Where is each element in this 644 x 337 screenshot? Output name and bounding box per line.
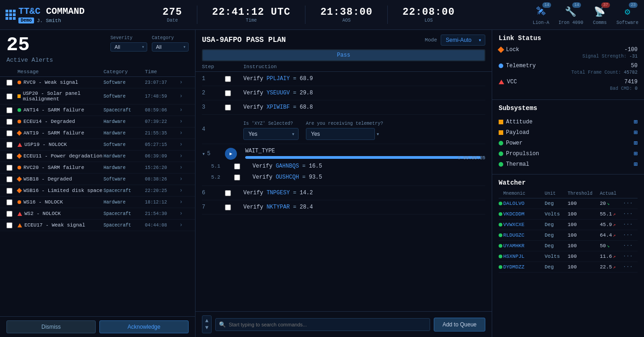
comms-badge: 37 <box>601 2 610 8</box>
alert-expand-icon[interactable]: › <box>179 187 189 194</box>
step-check-6[interactable] <box>225 190 231 196</box>
alert-row[interactable]: USP19 - NOLOCK Software 05:27:15 › <box>0 139 195 151</box>
alert-checkbox[interactable] <box>6 142 12 148</box>
watcher-more-button[interactable]: ··· <box>623 221 637 228</box>
alert-expand-icon[interactable]: › <box>179 222 189 228</box>
alert-checkbox[interactable] <box>6 176 12 182</box>
alert-expand-icon[interactable]: › <box>179 199 189 205</box>
alert-expand-icon[interactable]: › <box>179 164 189 171</box>
alert-expand-icon[interactable]: › <box>179 118 189 125</box>
category-select[interactable]: All <box>152 42 189 52</box>
step-check-3[interactable] <box>225 105 231 110</box>
alert-row[interactable]: ANT14 - SARM failure Spacecraft 08:59:06… <box>0 105 195 116</box>
watcher-more-button[interactable]: ··· <box>623 211 637 217</box>
step-num-4: 4 <box>202 126 225 133</box>
alert-expand-icon[interactable]: › <box>179 210 189 217</box>
step-num-2: 2 <box>202 90 225 96</box>
watcher-more-button[interactable]: ··· <box>623 253 637 260</box>
nav-software[interactable]: 23 ⚙ Software <box>616 4 638 25</box>
alert-expand-icon[interactable]: › <box>179 93 189 99</box>
step-sub-num-5-2: 5.2 <box>211 174 234 180</box>
alert-row[interactable]: WSB18 - Degraded Software 08:38:26 › <box>0 174 195 185</box>
pass-arrow-buttons[interactable]: ▲ ▼ <box>202 315 212 333</box>
power-link-icon[interactable]: ⊞ <box>634 139 638 147</box>
alert-checkbox[interactable] <box>6 199 12 205</box>
step-check-1[interactable] <box>225 76 231 82</box>
add-to-queue-button[interactable]: Add to Queue <box>434 318 485 331</box>
alert-row[interactable]: RVC20 - SARM failure Hardware 15:26:20 › <box>0 162 195 174</box>
step-4-questions: Is 'XYZ' Selected? Yes No Are you receiv… <box>243 121 485 140</box>
nav-iron-4090[interactable]: 14 🔧 Iron 4090 <box>558 4 583 25</box>
alert-checkbox[interactable] <box>6 222 12 228</box>
watcher-col-mnemonic: Mnemonic <box>503 191 545 196</box>
alert-expand-icon[interactable]: › <box>179 130 189 136</box>
acknowledge-button[interactable]: Acknowledge <box>99 320 189 333</box>
pass-header: USA-9AFPO PASS PLAN Mode Semi-Auto Manua… <box>196 30 492 46</box>
category-select-wrap: All <box>152 42 189 52</box>
arrow-up-icon: ▲ <box>205 318 208 324</box>
software-icon-wrap: 23 ⚙ <box>620 4 635 19</box>
attitude-link-icon[interactable]: ⊞ <box>634 118 638 126</box>
col-message-header: Message <box>17 69 104 75</box>
watcher-more-button[interactable]: ··· <box>623 200 637 207</box>
alert-expand-icon[interactable]: › <box>179 141 189 148</box>
category-filter-group: Category All <box>152 35 189 52</box>
alert-checkbox[interactable] <box>6 119 12 125</box>
watcher-col-dot <box>499 191 503 196</box>
dismiss-button[interactable]: Dismiss <box>6 320 96 333</box>
alert-row[interactable]: WSB16 - Limited disk space Spacecraft 22… <box>0 185 195 197</box>
pass-tab[interactable]: Pass <box>203 50 484 60</box>
link-status-title: Link Status <box>499 35 638 42</box>
alert-row[interactable]: ECEU17 - Weak signal Spacecraft 04:44:08… <box>0 220 195 231</box>
watcher-more-button[interactable]: ··· <box>623 264 637 270</box>
step-check-5-2[interactable] <box>234 174 240 180</box>
nav-lion-a[interactable]: 14 🛰 Lion-A <box>533 4 549 25</box>
alert-row[interactable]: ECEU14 - Degraded Hardware 07:39:22 › <box>0 116 195 128</box>
pass-tab-bar: Pass <box>202 49 485 61</box>
nav-comms[interactable]: 37 📡 Comms <box>592 4 607 25</box>
alert-expand-icon[interactable]: › <box>179 153 189 159</box>
severity-icon <box>17 200 21 204</box>
alert-checkbox[interactable] <box>6 165 12 171</box>
payload-link-icon[interactable]: ⊞ <box>634 128 638 136</box>
watcher-mnemonic[interactable]: DALOLVO <box>503 201 545 206</box>
q1-select[interactable]: Yes No <box>243 128 299 140</box>
alert-checkbox[interactable] <box>6 107 12 113</box>
alert-checkbox[interactable] <box>6 80 12 86</box>
step-check-5-1[interactable] <box>234 163 240 169</box>
watcher-mnemonic[interactable]: HSXNPJL <box>503 254 545 259</box>
alert-checkbox[interactable] <box>6 211 12 217</box>
step-5-play-button[interactable]: ▶ <box>225 148 237 160</box>
alert-checkbox[interactable] <box>6 93 12 99</box>
watcher-more-button[interactable]: ··· <box>623 232 637 238</box>
alert-row[interactable]: USP20 - Solar panel misalignment Softwar… <box>0 88 195 105</box>
alert-expand-icon[interactable]: › <box>179 79 189 86</box>
watcher-mnemonic[interactable]: DYDMDZZ <box>503 264 545 270</box>
step-check-2[interactable] <box>225 90 231 96</box>
alert-expand-icon[interactable]: › <box>179 176 189 182</box>
alert-checkbox[interactable] <box>6 188 12 194</box>
alert-row[interactable]: WS16 - NOLOCK Hardware 18:12:12 › <box>0 197 195 208</box>
watcher-mnemonic[interactable]: RLDUGZC <box>503 232 545 238</box>
propulsion-link-icon[interactable]: ⊞ <box>634 150 638 157</box>
alert-checkbox[interactable] <box>6 153 12 159</box>
step-check-7[interactable] <box>225 204 231 210</box>
thermal-link-icon[interactable]: ⊞ <box>634 160 638 168</box>
alert-row[interactable]: ECEU11 - Power degradation Hardware 06:3… <box>0 151 195 162</box>
watcher-more-button[interactable]: ··· <box>623 243 637 249</box>
watcher-mnemonic[interactable]: VKDCDDM <box>503 211 545 217</box>
watcher-unit: Deg <box>545 243 568 249</box>
mode-select[interactable]: Semi-Auto Manual Auto <box>441 35 485 46</box>
q2-select[interactable]: Yes No <box>306 128 375 140</box>
severity-select[interactable]: All <box>110 42 147 52</box>
alert-row[interactable]: ANT19 - SARM failure Hardware 21:55:35 › <box>0 128 195 139</box>
alert-row[interactable]: RVC9 - Weak signal Software 23:07:37 › <box>0 77 195 88</box>
alert-row[interactable]: WS2 - NOLOCK Spacecraft 21:54:30 › <box>0 208 195 220</box>
watcher-mnemonic[interactable]: UYAMHKR <box>503 243 545 249</box>
watcher-mnemonic[interactable]: VVWXCXE <box>503 222 545 227</box>
step-5-expand-icon[interactable]: ▾ <box>202 151 205 157</box>
pass-search-input[interactable] <box>215 318 430 331</box>
thermal-left: Thermal <box>499 161 529 168</box>
alert-checkbox[interactable] <box>6 130 12 136</box>
alert-expand-icon[interactable]: › <box>179 107 189 113</box>
